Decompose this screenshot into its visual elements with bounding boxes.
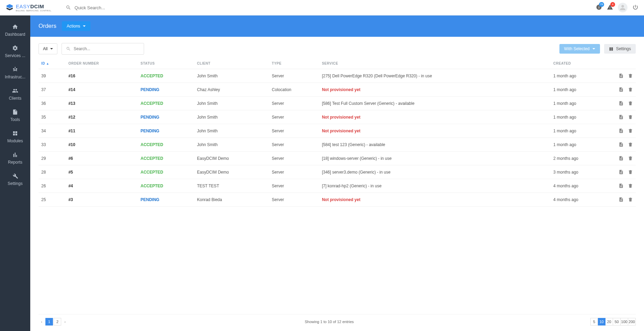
view-icon[interactable] (619, 87, 624, 92)
alerts-button[interactable]: 4 (607, 4, 613, 11)
col-created[interactable]: CREATED (550, 58, 612, 69)
cell-order-number: #12 (66, 110, 138, 124)
search-icon (66, 46, 71, 51)
page-1[interactable]: 1 (45, 318, 53, 326)
cell-type: Server (269, 124, 319, 138)
col-id[interactable]: ID▲ (39, 58, 66, 69)
view-icon[interactable] (619, 183, 624, 188)
gear-icon (12, 45, 18, 51)
page-title: Orders (39, 23, 56, 30)
table-row[interactable]: 28 #5 ACCEPTED EasyDCIM Demo Server [346… (39, 165, 636, 179)
user-menu[interactable] (618, 3, 627, 12)
sort-asc-icon: ▲ (46, 62, 49, 65)
cell-order-number: #6 (66, 152, 138, 165)
col-service[interactable]: SERVICE (319, 58, 550, 69)
sidebar-item-gear[interactable]: Services ... (0, 41, 30, 62)
sidebar-item-label: Infrastruc... (5, 75, 25, 79)
view-icon[interactable] (619, 142, 624, 147)
delete-icon[interactable] (628, 142, 633, 147)
delete-icon[interactable] (628, 101, 633, 106)
actions-dropdown[interactable]: Actions (62, 21, 90, 31)
delete-icon[interactable] (628, 87, 633, 92)
user-icon (620, 4, 626, 11)
view-icon[interactable] (619, 128, 624, 133)
table-row[interactable]: 37 #14 PENDING Chaz Ashley Colocation No… (39, 83, 636, 97)
file-icon (12, 109, 18, 115)
list-search-input[interactable] (74, 46, 140, 51)
cell-created: 1 month ago (550, 69, 612, 83)
col-client[interactable]: CLIENT (194, 58, 269, 69)
cell-client: John Smith (194, 138, 269, 152)
cell-status: PENDING (138, 124, 194, 138)
table-row[interactable]: 35 #12 PENDING John Smith Server Not pro… (39, 110, 636, 124)
view-icon[interactable] (619, 169, 624, 175)
pagesize-5[interactable]: 5 (590, 318, 598, 326)
cell-service: [346] server3.demo (Generic) - in use (319, 165, 550, 179)
view-icon[interactable] (619, 197, 624, 202)
view-icon[interactable] (619, 101, 624, 106)
sidebar-item-label: Settings (8, 181, 22, 186)
cell-type: Colocation (269, 83, 319, 97)
delete-icon[interactable] (628, 156, 633, 161)
table-row[interactable]: 25 #3 PENDING Konrad Bieda Server Not pr… (39, 193, 636, 207)
cell-service: [7] konrad-hp2 (Generic) - in use (319, 179, 550, 193)
cell-id: 29 (39, 152, 66, 165)
global-search-input[interactable] (75, 5, 157, 10)
sidebar-item-home[interactable]: Dashboard (0, 20, 30, 41)
view-icon[interactable] (619, 156, 624, 161)
cell-order-number: #16 (66, 69, 138, 83)
table-row[interactable]: 34 #11 PENDING John Smith Server Not pro… (39, 124, 636, 138)
power-button[interactable] (632, 4, 638, 11)
cell-order-number: #13 (66, 97, 138, 110)
brand-logo[interactable]: EASYDCIM BILLING. SERVICING. CONTROL. (6, 3, 52, 12)
sidebar-item-file[interactable]: Tools (0, 105, 30, 126)
cell-created: 1 month ago (550, 124, 612, 138)
main: Orders Actions All With Selected (30, 15, 644, 331)
delete-icon[interactable] (628, 114, 633, 120)
cell-id: 28 (39, 165, 66, 179)
sidebar-item-chart[interactable]: Reports (0, 147, 30, 169)
table-row[interactable]: 39 #16 ACCEPTED John Smith Server [275] … (39, 69, 636, 83)
sidebar-item-sitemap[interactable]: Infrastruc... (0, 62, 30, 84)
sidebar-item-label: Modules (7, 139, 23, 143)
sidebar-item-grid[interactable]: Modules (0, 126, 30, 147)
delete-icon[interactable] (628, 73, 633, 78)
col-status[interactable]: STATUS (138, 58, 194, 69)
filter-dropdown[interactable]: All (39, 43, 57, 54)
view-icon[interactable] (619, 114, 624, 120)
list-toolbar: All With Selected Settings (39, 43, 636, 55)
pagesize-200[interactable]: 200 (628, 318, 636, 326)
settings-button[interactable]: Settings (604, 44, 636, 54)
prev-page[interactable]: ‹ (39, 320, 45, 324)
notifications-button[interactable]: 78 (596, 4, 602, 11)
cell-order-number: #5 (66, 165, 138, 179)
sidebar-item-wrench[interactable]: Settings (0, 169, 30, 190)
cell-client: John Smith (194, 110, 269, 124)
col-type[interactable]: TYPE (269, 58, 319, 69)
cell-id: 33 (39, 138, 66, 152)
delete-icon[interactable] (628, 169, 633, 175)
pagesize-50[interactable]: 50 (613, 318, 621, 326)
with-selected-dropdown[interactable]: With Selected (559, 44, 600, 54)
pagesize-100[interactable]: 100 (621, 318, 628, 326)
pagination-info: Showing 1 to 10 of 12 entries (305, 320, 353, 324)
table-row[interactable]: 36 #13 ACCEPTED John Smith Server [586] … (39, 97, 636, 110)
cell-client: EasyDCIM Demo (194, 165, 269, 179)
cell-service: Not provisioned yet (319, 124, 550, 138)
table-row[interactable]: 33 #10 ACCEPTED John Smith Server [584] … (39, 138, 636, 152)
page-2[interactable]: 2 (54, 318, 61, 326)
table-row[interactable]: 26 #4 ACCEPTED TEST TEST Server [7] konr… (39, 179, 636, 193)
delete-icon[interactable] (628, 197, 633, 202)
pagesize-10[interactable]: 10 (598, 318, 605, 326)
delete-icon[interactable] (628, 183, 633, 188)
pagesize-20[interactable]: 20 (605, 318, 613, 326)
sidebar-item-users[interactable]: Clients (0, 84, 30, 105)
view-icon[interactable] (619, 73, 624, 78)
chevron-down-icon (592, 48, 595, 49)
next-page[interactable]: › (62, 320, 68, 324)
table-row[interactable]: 29 #6 ACCEPTED EasyDCIM Demo Server [18]… (39, 152, 636, 165)
col-order-number[interactable]: ORDER NUMBER (66, 58, 138, 69)
cell-id: 36 (39, 97, 66, 110)
cell-type: Server (269, 152, 319, 165)
delete-icon[interactable] (628, 128, 633, 133)
